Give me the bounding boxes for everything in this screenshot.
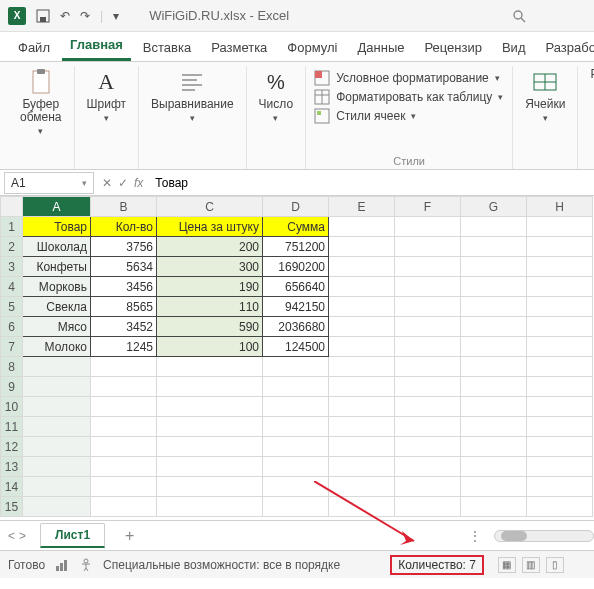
cell[interactable] — [527, 217, 593, 237]
cell[interactable] — [23, 437, 91, 457]
cell[interactable] — [461, 237, 527, 257]
cell[interactable]: 5634 — [91, 257, 157, 277]
spreadsheet[interactable]: A B C D E F G H 1 Товар Кол-во Цена за ш… — [0, 196, 593, 517]
row-header[interactable]: 2 — [1, 237, 23, 257]
cell[interactable]: Товар — [23, 217, 91, 237]
tab-layout[interactable]: Разметка — [203, 34, 275, 61]
undo-icon[interactable]: ↶ — [60, 9, 70, 23]
tab-home[interactable]: Главная — [62, 31, 131, 61]
cell[interactable] — [23, 377, 91, 397]
cell[interactable] — [157, 497, 263, 517]
cell[interactable] — [157, 377, 263, 397]
cell[interactable] — [395, 477, 461, 497]
cell[interactable]: Морковь — [23, 277, 91, 297]
sheet-tab[interactable]: Лист1 — [40, 523, 105, 548]
row-header[interactable]: 8 — [1, 357, 23, 377]
cell[interactable] — [527, 317, 593, 337]
cell[interactable] — [461, 437, 527, 457]
cell[interactable]: 200 — [157, 237, 263, 257]
cell[interactable] — [329, 377, 395, 397]
cell[interactable] — [527, 497, 593, 517]
stats-icon[interactable] — [55, 558, 69, 572]
cell[interactable]: 1245 — [91, 337, 157, 357]
cell[interactable] — [461, 277, 527, 297]
col-header-G[interactable]: G — [461, 197, 527, 217]
cell[interactable] — [263, 497, 329, 517]
cell[interactable] — [527, 337, 593, 357]
cell[interactable] — [527, 477, 593, 497]
cell[interactable] — [91, 437, 157, 457]
cell[interactable] — [263, 437, 329, 457]
tab-formulas[interactable]: Формулі — [279, 34, 345, 61]
row-header[interactable]: 3 — [1, 257, 23, 277]
col-header-E[interactable]: E — [329, 197, 395, 217]
cell[interactable]: 110 — [157, 297, 263, 317]
sheet-area[interactable]: A B C D E F G H 1 Товар Кол-во Цена за ш… — [0, 196, 594, 520]
row-header[interactable]: 11 — [1, 417, 23, 437]
cell[interactable]: Цена за штуку — [157, 217, 263, 237]
cell[interactable] — [157, 437, 263, 457]
cell[interactable] — [23, 397, 91, 417]
cell[interactable]: 751200 — [263, 237, 329, 257]
cell[interactable] — [461, 397, 527, 417]
save-icon[interactable] — [36, 9, 50, 23]
cell[interactable] — [329, 417, 395, 437]
format-as-table-button[interactable]: Форматировать как таблицу — [314, 89, 504, 105]
cell[interactable] — [329, 437, 395, 457]
cell[interactable]: Конфеты — [23, 257, 91, 277]
cell[interactable] — [329, 237, 395, 257]
cell[interactable] — [527, 377, 593, 397]
cell[interactable]: Шоколад — [23, 237, 91, 257]
tab-view[interactable]: Вид — [494, 34, 534, 61]
cell[interactable] — [329, 397, 395, 417]
cell[interactable] — [329, 337, 395, 357]
cell[interactable] — [329, 357, 395, 377]
cell[interactable] — [157, 477, 263, 497]
cell[interactable] — [395, 297, 461, 317]
select-all-corner[interactable] — [1, 197, 23, 217]
row-header[interactable]: 1 — [1, 217, 23, 237]
col-header-F[interactable]: F — [395, 197, 461, 217]
cell[interactable]: 100 — [157, 337, 263, 357]
row-header[interactable]: 5 — [1, 297, 23, 317]
cell[interactable]: 300 — [157, 257, 263, 277]
formula-bar[interactable] — [151, 172, 594, 194]
cell[interactable] — [527, 297, 593, 317]
cell[interactable] — [395, 417, 461, 437]
fx-icon[interactable]: fx — [134, 176, 143, 190]
cell[interactable] — [527, 357, 593, 377]
cell[interactable] — [91, 417, 157, 437]
cell[interactable] — [157, 457, 263, 477]
cell[interactable] — [91, 477, 157, 497]
cell[interactable] — [329, 497, 395, 517]
cell[interactable] — [263, 377, 329, 397]
cell[interactable] — [461, 257, 527, 277]
cell[interactable]: 590 — [157, 317, 263, 337]
cell[interactable]: Мясо — [23, 317, 91, 337]
row-header[interactable]: 7 — [1, 337, 23, 357]
cell[interactable] — [527, 397, 593, 417]
cell[interactable] — [527, 457, 593, 477]
cell[interactable] — [395, 257, 461, 277]
view-page-break-icon[interactable]: ▯ — [546, 557, 564, 573]
row-header[interactable]: 12 — [1, 437, 23, 457]
cell[interactable] — [23, 457, 91, 477]
cell[interactable] — [395, 337, 461, 357]
new-sheet-button[interactable]: + — [125, 527, 134, 545]
cell[interactable] — [395, 397, 461, 417]
cell[interactable]: 124500 — [263, 337, 329, 357]
cell[interactable] — [23, 477, 91, 497]
tab-insert[interactable]: Вставка — [135, 34, 199, 61]
cell[interactable] — [461, 217, 527, 237]
cell[interactable] — [91, 377, 157, 397]
cell[interactable] — [91, 457, 157, 477]
cells-button[interactable]: Ячейки — [521, 66, 569, 125]
col-header-D[interactable]: D — [263, 197, 329, 217]
view-page-layout-icon[interactable]: ▥ — [522, 557, 540, 573]
cell[interactable] — [395, 497, 461, 517]
paste-button[interactable]: Буфер обмена — [16, 66, 66, 138]
tab-data[interactable]: Данные — [349, 34, 412, 61]
cell[interactable] — [329, 317, 395, 337]
cell[interactable] — [395, 217, 461, 237]
cell[interactable]: 3756 — [91, 237, 157, 257]
